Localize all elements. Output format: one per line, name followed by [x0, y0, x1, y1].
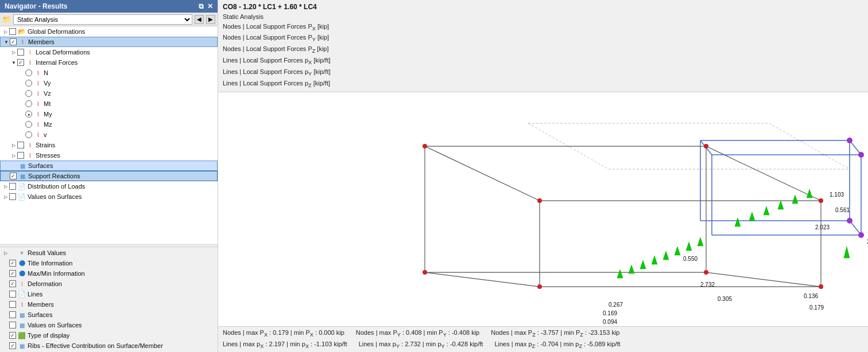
cb-internal-forces[interactable]: [17, 59, 24, 66]
cb-type-display[interactable]: [9, 332, 16, 339]
cb-surfaces-b[interactable]: [9, 311, 16, 318]
svg-point-36: [847, 138, 852, 143]
label-My: My: [44, 111, 52, 118]
lines-icon: 📄: [17, 290, 26, 298]
tree-container[interactable]: ▷ 📂 Global Deformations ▼ ⌇ Members ▷ ⌇ …: [0, 26, 218, 245]
svg-point-38: [847, 218, 852, 224]
cb-distribution-loads[interactable]: [9, 183, 16, 190]
section-values-surfaces-b[interactable]: ▦ Values on Surfaces: [0, 320, 218, 330]
label-Mz: Mz: [44, 121, 52, 128]
radio-My[interactable]: [25, 111, 32, 118]
radio-Vy[interactable]: [25, 80, 32, 87]
cb-members[interactable]: [10, 38, 17, 45]
tree-item-internal-forces[interactable]: ▼ ⌇ Internal Forces: [0, 57, 218, 68]
expand-values-surfaces[interactable]: ▷: [2, 193, 9, 200]
cb-stresses[interactable]: [17, 152, 24, 159]
tree-item-stresses[interactable]: ▷ ⌇ Stresses: [0, 150, 218, 161]
cb-maxmin-info[interactable]: [9, 270, 16, 277]
value-0179: 0.179: [809, 304, 824, 311]
tree-item-Vz[interactable]: ⌇ Vz: [0, 88, 218, 99]
tree-item-values-surfaces[interactable]: ▷ 📄 Values on Surfaces: [0, 191, 218, 202]
radio-Vz[interactable]: [25, 90, 32, 97]
value-0550: 0.550: [683, 256, 698, 262]
radio-Mz[interactable]: [25, 121, 32, 128]
radio-Mt[interactable]: [25, 100, 32, 107]
cb-global-deform[interactable]: [9, 28, 16, 35]
section-ribs[interactable]: ▦ Ribs - Effective Contribution on Surfa…: [0, 341, 218, 351]
value-1103: 1.103: [830, 191, 844, 198]
section-maxmin-info[interactable]: 🔵 Max/Min Information: [0, 268, 218, 279]
status-px: Nodes | max PX : 0.179 | min PX : 0.000 …: [223, 328, 344, 339]
section-type-display[interactable]: 🟩 Type of display: [0, 330, 218, 341]
Vy-icon: ⌇: [33, 79, 42, 87]
tree-item-My[interactable]: ⌇ My: [0, 109, 218, 119]
radio-v[interactable]: [25, 131, 32, 138]
info-line-4: Lines | Local Support Forces pX [kip/ft]: [223, 56, 863, 67]
label-result-values: Result Values: [28, 249, 66, 256]
cb-members-b[interactable]: [9, 301, 16, 308]
svg-point-34: [537, 284, 542, 289]
My-icon: ⌇: [33, 110, 42, 118]
tree-item-members[interactable]: ▼ ⌇ Members: [0, 37, 218, 47]
expand-strains[interactable]: ▷: [10, 142, 17, 148]
status-pz: Nodes | max PZ : -3.757 | min PZ : -23.1…: [491, 328, 619, 339]
cb-title-info[interactable]: [9, 260, 16, 267]
cb-values-surfaces[interactable]: [9, 193, 16, 200]
label-values-surfaces-b: Values on Surfaces: [28, 322, 82, 328]
analysis-type-label: Static Analysis: [223, 12, 863, 22]
svg-rect-0: [218, 112, 868, 307]
section-surfaces-b[interactable]: ▦ Surfaces: [0, 310, 218, 320]
section-lines[interactable]: 📄 Lines: [0, 289, 218, 299]
panel-title-icons: ⧉ ✕: [199, 2, 213, 10]
status-bar: Nodes | max PX : 0.179 | min PX : 0.000 …: [218, 326, 868, 352]
cb-support-reactions[interactable]: [10, 173, 17, 179]
expand-result-values[interactable]: ▷: [2, 249, 9, 256]
label-ribs: Ribs - Effective Contribution on Surface…: [28, 342, 163, 349]
cb-strains[interactable]: [17, 142, 24, 148]
tree-item-N[interactable]: ⌇ N: [0, 68, 218, 78]
viewport[interactable]: 1.103 0.561 2.023 2.197 0.050 4.055 0.55…: [218, 92, 868, 326]
tree-item-support-reactions[interactable]: ▦ Support Reactions: [0, 171, 218, 181]
result-values-icon: ≡: [17, 249, 26, 257]
expand-local-deform[interactable]: ▷: [10, 49, 17, 56]
panel-title-text: Navigator - Results: [5, 2, 67, 10]
restore-icon[interactable]: ⧉: [199, 2, 204, 10]
radio-N[interactable]: [25, 69, 32, 76]
toolbar-row: 📁 Static Analysis ◀ ▶: [0, 13, 218, 26]
expand-stresses[interactable]: ▷: [10, 152, 17, 159]
cb-values-surfaces-b[interactable]: [9, 322, 16, 328]
cb-local-deform[interactable]: [17, 49, 24, 56]
tree-item-local-deform[interactable]: ▷ ⌇ Local Deformations: [0, 47, 218, 57]
values-surfaces-b-icon: ▦: [17, 321, 26, 329]
tree-item-Mt[interactable]: ⌇ Mt: [0, 99, 218, 109]
tree-item-strains[interactable]: ▷ ⌇ Strains: [0, 140, 218, 150]
section-members-b[interactable]: ⌇ Members: [0, 299, 218, 310]
cb-ribs[interactable]: [9, 342, 16, 349]
expand-distribution-loads[interactable]: ▷: [2, 183, 9, 190]
tree-item-surfaces[interactable]: ▦ Surfaces: [0, 161, 218, 171]
values-surfaces-icon: 📄: [17, 193, 26, 201]
folder-icon: 📁: [2, 15, 11, 24]
next-button[interactable]: ▶: [206, 15, 215, 24]
section-result-values[interactable]: ▷ ≡ Result Values: [0, 248, 218, 258]
section-title-info[interactable]: 🔵 Title Information: [0, 258, 218, 268]
label-maxmin-info: Max/Min Information: [28, 270, 85, 277]
label-Vy: Vy: [44, 80, 51, 87]
expand-global-deform[interactable]: ▷: [2, 28, 9, 35]
tree-item-global-deform[interactable]: ▷ 📂 Global Deformations: [0, 26, 218, 37]
expand-internal-forces[interactable]: ▼: [10, 59, 17, 66]
cb-deformation[interactable]: [9, 280, 16, 287]
tree-item-distribution-loads[interactable]: ▷ 📄 Distribution of Loads: [0, 181, 218, 191]
close-icon[interactable]: ✕: [207, 2, 213, 10]
analysis-select[interactable]: Static Analysis: [13, 14, 192, 25]
tree-item-v[interactable]: ⌇ v: [0, 130, 218, 140]
maxmin-info-icon: 🔵: [17, 269, 26, 277]
expand-members[interactable]: ▼: [3, 38, 10, 45]
cb-lines[interactable]: [9, 291, 16, 298]
info-line-6: Lines | Local Support Forces pZ [kip/ft]: [223, 79, 863, 90]
tree-item-Vy[interactable]: ⌇ Vy: [0, 78, 218, 88]
tree-item-Mz[interactable]: ⌇ Mz: [0, 119, 218, 130]
support-reactions-icon: ▦: [18, 172, 27, 180]
section-deformation[interactable]: ⌇ Deformation: [0, 279, 218, 289]
prev-button[interactable]: ◀: [195, 15, 204, 24]
